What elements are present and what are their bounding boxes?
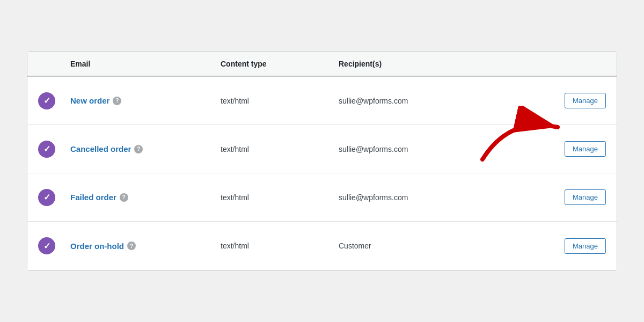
enabled-checkmark-icon — [38, 92, 55, 109]
manage-button[interactable]: Manage — [565, 189, 606, 205]
email-label[interactable]: Failed order — [70, 193, 116, 202]
help-icon[interactable]: ? — [113, 97, 121, 105]
email-name-cell: New order ? — [70, 96, 221, 105]
table-row: Order on-hold ? text/html Customer Manag… — [27, 222, 617, 270]
content-type-cell: text/html — [221, 145, 339, 153]
email-name-cell: Cancelled order ? — [70, 144, 221, 153]
actions-header-spacer — [531, 60, 606, 68]
recipient-cell: sullie@wpforms.com — [339, 193, 531, 202]
content-type-column-header: Content type — [221, 60, 339, 68]
content-type-cell: text/html — [221, 241, 339, 250]
email-label[interactable]: Cancelled order — [70, 144, 131, 153]
enabled-checkmark-icon — [38, 141, 55, 158]
email-name-cell: Failed order ? — [70, 193, 221, 202]
email-table: Email Content type Recipient(s) New orde… — [27, 52, 617, 270]
action-cell: Manage — [531, 93, 606, 108]
email-label[interactable]: Order on-hold — [70, 241, 124, 251]
table-header: Email Content type Recipient(s) — [27, 52, 617, 77]
table-row: Cancelled order ? text/html sullie@wpfor… — [27, 125, 617, 173]
recipient-cell: Customer — [339, 241, 531, 250]
help-icon[interactable]: ? — [127, 241, 136, 250]
email-name-cell: Order on-hold ? — [70, 241, 221, 251]
check-cell — [38, 141, 70, 158]
recipient-cell: sullie@wpforms.com — [339, 145, 531, 153]
manage-button[interactable]: Manage — [565, 238, 606, 254]
recipient-cell: sullie@wpforms.com — [339, 97, 531, 105]
manage-button[interactable]: Manage — [565, 141, 606, 157]
help-icon[interactable]: ? — [120, 193, 128, 202]
action-cell: Manage — [531, 141, 606, 157]
check-cell — [38, 92, 70, 109]
manage-button[interactable]: Manage — [565, 93, 606, 108]
header-spacer — [38, 60, 70, 68]
table-row: Failed order ? text/html sullie@wpforms.… — [27, 173, 617, 222]
action-cell: Manage — [531, 238, 606, 254]
recipients-column-header: Recipient(s) — [339, 60, 531, 68]
help-icon[interactable]: ? — [134, 145, 143, 153]
table-row: New order ? text/html sullie@wpforms.com… — [27, 77, 617, 125]
content-type-cell: text/html — [221, 193, 339, 202]
check-cell — [38, 189, 70, 206]
enabled-checkmark-icon — [38, 189, 55, 206]
email-label[interactable]: New order — [70, 96, 109, 105]
check-cell — [38, 237, 70, 254]
email-column-header: Email — [70, 60, 221, 68]
enabled-checkmark-icon — [38, 237, 55, 254]
action-cell: Manage — [531, 189, 606, 205]
content-type-cell: text/html — [221, 97, 339, 105]
